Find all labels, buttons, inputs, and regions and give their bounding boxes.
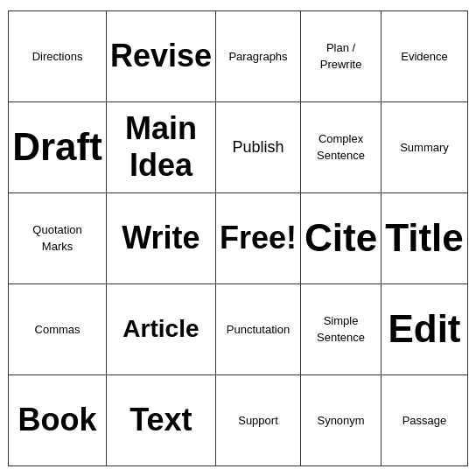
cell-text-3-4: Edit <box>388 307 460 350</box>
cell-text-0-0: Directions <box>32 50 83 63</box>
cell-text-4-0: Book <box>18 402 97 438</box>
cell-3-2: Punctutation <box>215 284 300 374</box>
cell-2-0: Quotation Marks <box>9 192 107 284</box>
cell-2-1: Write <box>106 192 215 284</box>
cell-text-0-2: Paragraphs <box>228 50 287 63</box>
cell-text-3-2: Punctutation <box>227 323 290 336</box>
cell-4-3: Synonym <box>301 374 382 466</box>
cell-text-4-4: Passage <box>402 414 447 427</box>
cell-1-0: Draft <box>9 102 107 192</box>
cell-1-3: Complex Sentence <box>301 102 382 192</box>
cell-text-1-4: Summary <box>400 141 449 154</box>
cell-text-1-1: Main Idea <box>125 110 197 183</box>
cell-0-3: Plan / Prewrite <box>301 10 382 102</box>
bingo-board: DirectionsReviseParagraphsPlan / Prewrit… <box>8 10 468 466</box>
cell-text-3-3: Simple Sentence <box>317 314 365 344</box>
cell-3-4: Edit <box>382 284 468 374</box>
cell-text-3-1: Article <box>122 315 199 342</box>
cell-text-4-2: Support <box>238 414 278 427</box>
cell-text-2-3: Cite <box>304 216 377 259</box>
cell-text-4-3: Synonym <box>317 414 364 427</box>
cell-4-2: Support <box>215 374 300 466</box>
cell-text-2-4: Title <box>385 216 464 259</box>
cell-text-4-1: Text <box>130 402 192 438</box>
cell-text-2-1: Write <box>122 220 200 256</box>
cell-text-1-0: Draft <box>12 125 102 168</box>
cell-0-2: Paragraphs <box>215 10 300 102</box>
cell-1-1: Main Idea <box>106 102 215 192</box>
cell-text-2-0: Quotation Marks <box>32 223 81 253</box>
cell-4-1: Text <box>106 374 215 466</box>
cell-text-1-3: Complex Sentence <box>317 132 365 162</box>
cell-3-0: Commas <box>9 284 107 374</box>
cell-text-0-3: Plan / Prewrite <box>320 41 362 71</box>
cell-1-2: Publish <box>215 102 300 192</box>
cell-3-1: Article <box>106 284 215 374</box>
cell-text-3-0: Commas <box>35 323 80 336</box>
cell-0-1: Revise <box>106 10 215 102</box>
cell-0-4: Evidence <box>382 10 468 102</box>
cell-text-0-4: Evidence <box>401 50 447 63</box>
cell-2-2: Free! <box>215 192 300 284</box>
cell-1-4: Summary <box>382 102 468 192</box>
cell-2-3: Cite <box>301 192 382 284</box>
cell-4-4: Passage <box>382 374 468 466</box>
cell-3-3: Simple Sentence <box>301 284 382 374</box>
cell-0-0: Directions <box>9 10 107 102</box>
cell-text-0-1: Revise <box>110 38 212 74</box>
cell-text-1-2: Publish <box>232 138 284 156</box>
cell-4-0: Book <box>9 374 107 466</box>
cell-text-2-2: Free! <box>220 220 297 256</box>
cell-2-4: Title <box>382 192 468 284</box>
